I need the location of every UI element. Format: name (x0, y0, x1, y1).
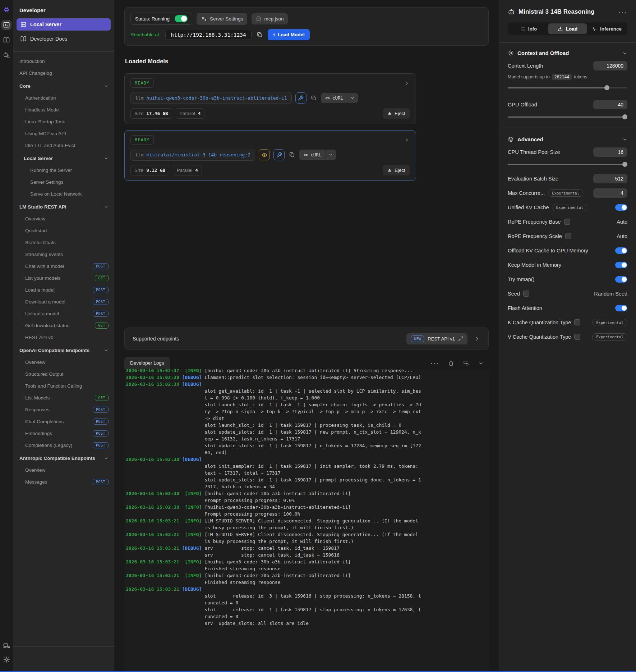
eject-model-button[interactable]: Eject (383, 108, 410, 119)
sidebar-item-responses[interactable]: ResponsesPOST (13, 404, 114, 416)
sidebar-section-local-server[interactable]: Local Server (13, 152, 114, 164)
gpu-offload-input[interactable]: 40 (593, 100, 627, 109)
rest-api-v1-pill[interactable]: NEW REST API v1 (406, 333, 467, 344)
evaluation-batch-size-input[interactable]: 512 (593, 174, 627, 183)
sidebar-item-list-your-models[interactable]: List your modelsGET (13, 272, 114, 284)
sidebar-item-load-a-model[interactable]: Load a modelPOST (13, 284, 114, 296)
sidebar-section-anthropic-compatible-endpoints[interactable]: Anthropic Compatible Endpoints (13, 452, 114, 464)
sidebar-section-core[interactable]: Core (13, 80, 114, 92)
sidebar-item-chat-completions[interactable]: Chat CompletionsPOST (13, 416, 114, 428)
sidebar-item-download-a-model[interactable]: Download a modelPOST (13, 296, 114, 308)
section-advanced[interactable]: Advanced (508, 136, 627, 142)
lmstudio-logo-icon[interactable] (2, 5, 11, 14)
sidebar-item-structured-output[interactable]: Structured Output (13, 368, 114, 380)
developer-logs-tab[interactable]: Developer Logs (124, 357, 170, 369)
context-length-input[interactable]: 128000 (593, 61, 627, 70)
eject-model-button[interactable]: Eject (383, 165, 410, 175)
sidebar-item-developer-docs[interactable]: Developer Docs (17, 33, 111, 45)
tools-wrench-button[interactable] (273, 149, 285, 160)
rope-frequency-base-checkbox[interactable] (564, 219, 570, 225)
sidebar-item-server-settings[interactable]: Server Settings (13, 176, 114, 188)
seed-checkbox[interactable] (523, 291, 529, 297)
clear-logs-trash-icon[interactable] (448, 361, 454, 366)
cpu-thread-pool-input[interactable]: 16 (593, 147, 627, 157)
sidebar-item-rest-api-v0[interactable]: REST API v0 (13, 332, 114, 343)
settings-gear-icon[interactable] (2, 655, 11, 664)
sidebar-item-embeddings[interactable]: EmbeddingsPOST (13, 428, 114, 439)
k-cache-quantization-type-checkbox[interactable] (574, 319, 580, 325)
gpu-offload-slider[interactable] (508, 114, 627, 119)
unified-kv-cache-toggle[interactable] (615, 204, 627, 211)
context-length-slider[interactable] (508, 85, 627, 90)
panel-menu-icon[interactable]: ··· (618, 8, 627, 16)
chevron-right-icon[interactable] (403, 80, 410, 87)
sidebar-item-linux-startup-task[interactable]: Linux Startup Task (13, 116, 114, 128)
sidebar-section-openai-compatible-endpoints[interactable]: OpenAI Compatible Endpoints (13, 344, 114, 356)
sidebar-item-authentication[interactable]: Authentication (13, 92, 114, 104)
try-mmap-toggle[interactable] (615, 276, 627, 283)
logs-menu-icon[interactable]: ··· (430, 361, 439, 365)
sidebar-item-introduction[interactable]: Introduction (13, 55, 114, 67)
curl-button[interactable]: <>cURL (321, 93, 358, 103)
copy-url-button[interactable] (256, 31, 263, 38)
curl-button[interactable]: <>cURL (299, 150, 336, 160)
sidebar-item-using-mcp-via-api[interactable]: Using MCP via API (13, 128, 114, 140)
local-network-icon[interactable] (2, 641, 11, 650)
vision-eye-button[interactable] (259, 149, 270, 160)
sidebar-item-overview[interactable]: Overview (13, 464, 114, 476)
sidebar-item-quickstart[interactable]: Quickstart (13, 225, 114, 237)
collapse-logs-chevron-icon[interactable] (478, 361, 484, 366)
popout-logs-icon[interactable] (463, 360, 469, 366)
keep-model-in-memory-toggle[interactable] (615, 262, 627, 268)
sidebar-item-get-download-status[interactable]: Get download statusGET (13, 320, 114, 332)
cpu-thread-pool-slider[interactable] (508, 162, 627, 167)
load-model-button[interactable]: + Load Model (268, 29, 310, 40)
developer-logs-output[interactable]: 2026-03-16 15:02:37 [INFO] [huihui-qwen3… (124, 369, 489, 672)
sidebar-section-lm-studio-rest-api[interactable]: LM Studio REST API (13, 201, 114, 213)
my-models-icon[interactable] (2, 35, 11, 45)
model-identifier[interactable]: llm huihui-qwen3-coder-30b-a3b-instruct-… (130, 92, 292, 104)
tab-info[interactable]: Info (509, 23, 548, 34)
developer-terminal-icon[interactable] (2, 20, 11, 29)
chevron-right-icon[interactable] (403, 137, 410, 143)
tab-inference[interactable]: Inference (587, 23, 626, 34)
sidebar-item-streaming-events[interactable]: Streaming events (13, 248, 114, 260)
flash-attention-toggle[interactable] (615, 305, 627, 311)
sidebar-item-chat-with-a-model[interactable]: Chat with a modelPOST (13, 260, 114, 272)
max-concurre-input[interactable]: 4 (593, 188, 627, 198)
setting-row-v-cache-quantization-type: V Cache Quantization TypeExperimental (508, 332, 627, 342)
server-url-field[interactable]: http://192.168.3.31:1234 (165, 30, 252, 40)
sidebar-item-messages[interactable]: MessagesPOST (13, 476, 114, 488)
sidebar-item-serve-on-local-network[interactable]: Serve on Local Network (13, 188, 114, 200)
sidebar-item-tools-and-function-calling[interactable]: Tools and Function Calling (13, 380, 114, 392)
tab-load[interactable]: Load (548, 23, 587, 34)
server-settings-button[interactable]: Server Settings (197, 13, 247, 25)
mcp-json-button[interactable]: mcp.json (252, 13, 288, 24)
sidebar-item-stateful-chats[interactable]: Stateful Chats (13, 237, 114, 248)
sidebar-item-overview[interactable]: Overview (13, 356, 114, 368)
sidebar-item-completions-legacy[interactable]: Completions (Legacy)POST (13, 439, 114, 451)
offload-kv-cache-to-gpu-memory-toggle[interactable] (615, 247, 627, 254)
copy-model-button[interactable] (310, 94, 318, 102)
rope-frequency-scale-checkbox[interactable] (565, 233, 571, 239)
chevron-down-icon[interactable] (326, 150, 336, 160)
discover-icon[interactable] (2, 50, 11, 60)
sidebar-item-idle-ttl-and-auto-evict[interactable]: Idle TTL and Auto-Evict (13, 140, 114, 151)
v-cache-quantization-type-checkbox[interactable] (574, 334, 580, 340)
chevron-down-icon[interactable] (622, 137, 627, 142)
sidebar-item-list-models[interactable]: List ModelsGET (13, 392, 114, 404)
sidebar-item-headless-mode[interactable]: Headless Mode (13, 104, 114, 116)
sidebar-item-running-the-server[interactable]: Running the Server (13, 164, 114, 176)
sidebar-item-unload-a-model[interactable]: Unload a modelPOST (13, 308, 114, 320)
sidebar-item-api-changelog[interactable]: API Changelog (13, 67, 114, 79)
expand-endpoints-chevron[interactable] (473, 335, 480, 342)
tools-wrench-button[interactable] (295, 92, 307, 104)
copy-model-button[interactable] (288, 151, 296, 159)
chevron-down-icon[interactable] (347, 93, 358, 103)
sidebar-item-local-server[interactable]: Local Server (17, 18, 111, 31)
model-identifier[interactable]: llm mistralai/ministral-3-14b-reasoning:… (130, 149, 255, 161)
section-context-and-offload[interactable]: Context and Offload (508, 50, 627, 56)
server-running-toggle[interactable] (175, 15, 188, 22)
sidebar-item-overview[interactable]: Overview (13, 213, 114, 225)
chevron-down-icon[interactable] (622, 51, 627, 56)
